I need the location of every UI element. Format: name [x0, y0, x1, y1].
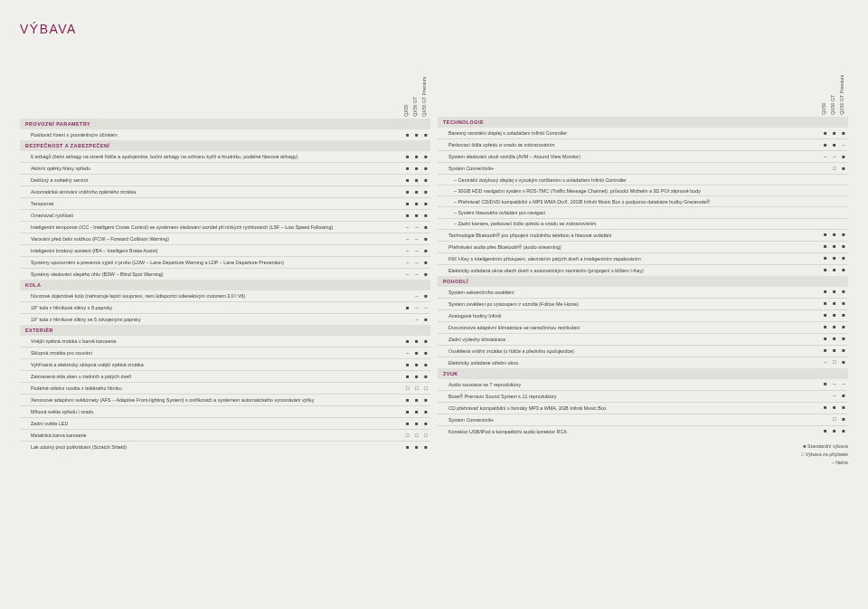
spec-value: ■	[403, 163, 412, 175]
spec-value: ■	[412, 371, 421, 383]
spec-value: –	[421, 302, 430, 314]
spec-label: Dešťový a světelný senzor	[20, 175, 403, 186]
spec-value: ■	[412, 347, 421, 359]
spec-value: ■	[403, 336, 412, 347]
spec-row: Dešťový a světelný senzor■■■	[20, 175, 430, 186]
spec-row: Konektor USB/iPod a kompatibilní audio k…	[438, 425, 848, 437]
spec-value: ■	[421, 222, 430, 233]
spec-label: Tempomat	[20, 198, 403, 210]
column-headers-right: QX50 QX50 GT QX50 GT Premium	[438, 81, 848, 115]
spec-value: ■	[421, 371, 430, 383]
spec-row: Omezovač rychlosti■■■	[20, 210, 430, 222]
spec-row: Vyhřívaná a elektricky sklopná vnější zp…	[20, 359, 430, 371]
spec-value: –	[412, 222, 421, 233]
spec-value: –	[830, 151, 839, 163]
spec-value: ■	[421, 395, 430, 406]
spec-row: Xenonové adaptivní světlomety (AFS – Ada…	[20, 395, 430, 406]
spec-label: Mlhová světla vpředu i vzadu	[20, 406, 403, 418]
spec-label: Automatické stmívání vnitřního zpětného …	[20, 186, 403, 198]
spec-value: ■	[839, 357, 848, 368]
column-headers-left: QX50 QX50 GT QX50 GT Premium	[20, 82, 430, 117]
spec-value: ■	[830, 139, 839, 151]
spec-row: Dvouzónová adaptivní klimatizace se samo…	[438, 321, 848, 333]
spec-value: ■	[421, 359, 430, 371]
spec-value: –	[403, 245, 412, 257]
spec-value: ■	[421, 269, 430, 281]
spec-value: ■	[421, 245, 430, 257]
spec-label: Systém sekvenčního osvětlení	[438, 287, 821, 299]
spec-label: Konektor USB/iPod a kompatibilní audio k…	[438, 425, 821, 437]
spec-row: Systémy upozornění a prevence vyjetí z p…	[20, 257, 430, 269]
spec-value	[830, 175, 839, 186]
spec-value: ■	[839, 252, 848, 264]
spec-value	[821, 390, 830, 402]
spec-value: ■	[412, 359, 421, 371]
spec-value: ■	[839, 402, 848, 414]
col-head: QX50 GT	[830, 81, 839, 115]
spec-row: Mlhová světla vpředu i vzadu■■■	[20, 406, 430, 418]
spec-row: Systém hlasového ovládání pro navigaci	[438, 207, 848, 218]
spec-row: 18" kola z hliníkové slitiny s 8 paprsky…	[20, 302, 430, 314]
spec-value: ■	[839, 333, 848, 345]
spec-value: ■	[421, 163, 430, 175]
spec-row: Systém sekvenčního osvětlení■■■	[438, 287, 848, 299]
section-header: EXTERIÉR	[20, 325, 430, 336]
spec-row: Systém sledování okolí vozidla (AVM – Ar…	[438, 151, 848, 163]
spec-row: Osvětlená vnitřní zrcátka (u řidiče a př…	[438, 345, 848, 357]
spec-label: Systém sledování okolí vozidla (AVM – Ar…	[438, 151, 821, 163]
spec-value: ■	[839, 128, 848, 139]
spec-label: 18" kola z hliníkové slitiny s 8 paprsky	[20, 302, 403, 314]
spec-value: □	[421, 430, 430, 442]
spec-label: Bose® Premium Sound System s 11 reproduk…	[438, 390, 821, 402]
spec-value: □	[412, 383, 421, 395]
spec-value: ■	[839, 151, 848, 163]
spec-label: Technologie Bluetooth® pro připojení mob…	[438, 229, 821, 241]
spec-label: Zadní výdechy klimatizace	[438, 333, 821, 345]
col-head: QX50	[821, 81, 830, 115]
spec-row: Varování před čelní srážkou (FCW – Forwa…	[20, 233, 430, 245]
spec-row: Inteligentní tempomat (ICC - Intelligent…	[20, 222, 430, 233]
spec-label: CD přehrávač kompatibilní s formáty MP3 …	[438, 402, 821, 414]
spec-value: ■	[839, 241, 848, 252]
spec-row: Elektricky ovládaná okna všech dveří s a…	[438, 264, 848, 276]
spec-row: Barevný centrální displej s ovladačem In…	[438, 128, 848, 139]
spec-value: ■	[412, 442, 421, 453]
legend: ■ Standardní výbava □ Výbava za příplate…	[438, 442, 848, 466]
spec-label: Systém Connectiviti+	[438, 163, 821, 175]
spec-value: –	[830, 390, 839, 402]
spec-value: ■	[403, 129, 412, 140]
spec-label: Podélné střešní nosiče z leštěného hliní…	[20, 383, 403, 395]
spec-row: Bose® Premium Sound System s 11 reproduk…	[438, 390, 848, 402]
spec-value	[821, 196, 830, 207]
col-head: QX50 GT Premium	[421, 82, 430, 117]
spec-row: Aktivní opěrky hlavy vpředu■■■	[20, 163, 430, 175]
spec-value: ■	[421, 347, 430, 359]
spec-value: ■	[821, 321, 830, 333]
spec-row: Elektricky ovládané střešní okno–□■	[438, 357, 848, 368]
spec-value	[821, 218, 830, 229]
section-header: POHODLÍ	[438, 276, 848, 287]
spec-value: ■	[421, 129, 430, 140]
spec-value: ■	[421, 233, 430, 245]
spec-value: ■	[821, 287, 830, 299]
spec-value: ■	[830, 298, 839, 309]
spec-label: Systém hlasového ovládání pro navigaci	[438, 207, 821, 218]
spec-value: ■	[839, 414, 848, 425]
spec-row: Analogové hodiny Infiniti■■■	[438, 309, 848, 321]
spec-value: ■	[412, 186, 421, 198]
spec-value: ■	[421, 198, 430, 210]
page: VÝBAVA QX50 QX50 GT QX50 GT Premium PROV…	[0, 0, 868, 609]
spec-label: Omezovač rychlosti	[20, 210, 403, 222]
spec-value	[830, 218, 839, 229]
spec-value: ■	[830, 425, 839, 437]
spec-row: Systém osvětlení po vystoupení z vozidla…	[438, 298, 848, 309]
spec-value: ■	[821, 128, 830, 139]
spec-value	[830, 196, 839, 207]
spec-row: Inteligentní brzdový asistent (IBA – Int…	[20, 245, 430, 257]
spec-row: Nouzové dojezdové kolo (nahrazuje lepicí…	[20, 290, 430, 302]
spec-row: Zatmavená skla oken u zadních a pátých d…	[20, 371, 430, 383]
spec-value: ■	[821, 264, 830, 276]
spec-value	[821, 163, 830, 175]
spec-value: ■	[412, 418, 421, 430]
section-header: ZVUK	[438, 368, 848, 379]
